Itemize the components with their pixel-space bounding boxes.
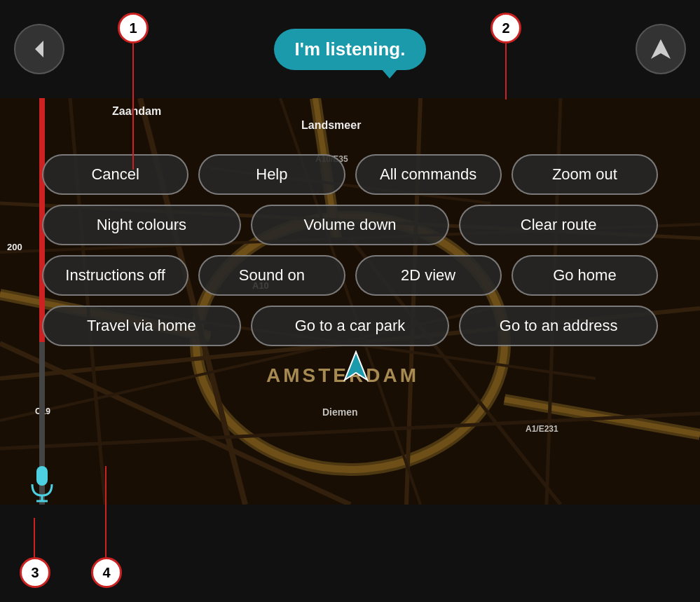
commands-row-2: Night colours Volume down Clear route <box>42 205 658 245</box>
commands-row-1: Cancel Help All commands Zoom out <box>42 154 658 195</box>
svg-marker-25 <box>35 41 43 57</box>
commands-row-3: Instructions off Sound on 2D view Go hom… <box>42 255 658 296</box>
gps-button[interactable] <box>636 24 686 74</box>
sound-on-button[interactable]: Sound on <box>198 255 345 296</box>
svg-marker-26 <box>651 39 671 59</box>
listening-text: I'm listening. <box>295 39 406 60</box>
callout-line-2 <box>505 43 507 100</box>
microphone-area[interactable] <box>21 463 63 505</box>
callout-line-3 <box>34 518 35 557</box>
callout-1: 1 <box>118 13 149 43</box>
go-home-button[interactable]: Go home <box>512 255 658 296</box>
back-button[interactable] <box>14 24 64 74</box>
travel-via-home-button[interactable]: Travel via home <box>42 306 241 346</box>
all-commands-button[interactable]: All commands <box>355 154 502 195</box>
volume-down-button[interactable]: Volume down <box>251 205 450 245</box>
callout-4: 4 <box>91 557 122 588</box>
callout-3: 3 <box>20 557 50 588</box>
2d-view-button[interactable]: 2D view <box>355 255 502 296</box>
svg-marker-24 <box>345 352 367 380</box>
mic-icon <box>27 465 57 502</box>
callout-line-4 <box>105 466 107 557</box>
cancel-button[interactable]: Cancel <box>42 154 188 195</box>
svg-rect-27 <box>36 466 48 486</box>
map-nav-arrow <box>343 350 369 384</box>
clear-route-button[interactable]: Clear route <box>459 205 658 245</box>
zoom-out-button[interactable]: Zoom out <box>512 154 658 195</box>
commands-grid: Cancel Help All commands Zoom out Night … <box>42 154 658 346</box>
callout-line-1 <box>132 43 134 170</box>
callout-2: 2 <box>490 13 521 43</box>
top-bar: I'm listening. <box>0 0 700 98</box>
go-to-car-park-button[interactable]: Go to a car park <box>251 306 450 346</box>
instructions-off-button[interactable]: Instructions off <box>42 255 188 296</box>
help-button[interactable]: Help <box>198 154 345 195</box>
listening-bubble: I'm listening. <box>274 29 427 70</box>
night-colours-button[interactable]: Night colours <box>42 205 241 245</box>
go-to-address-button[interactable]: Go to an address <box>459 306 658 346</box>
commands-row-4: Travel via home Go to a car park Go to a… <box>42 306 658 346</box>
